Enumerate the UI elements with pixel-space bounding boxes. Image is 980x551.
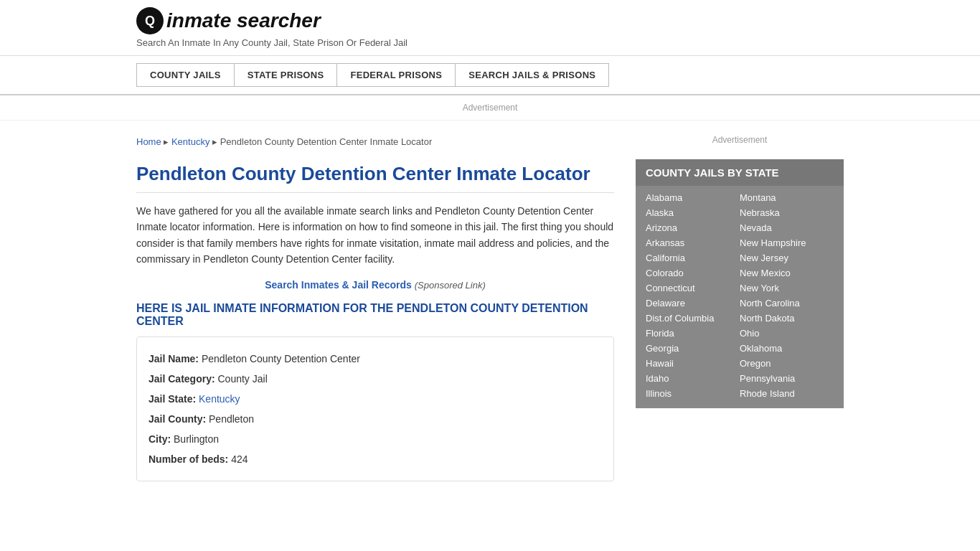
states-col1: AlabamaAlaskaArizonaArkansasCaliforniaCo…: [646, 190, 740, 401]
logo-text[interactable]: inmate searcher: [166, 9, 321, 32]
state-link[interactable]: Illinois: [646, 386, 740, 401]
logo-icon: Q: [136, 7, 164, 34]
breadcrumb-state[interactable]: Kentucky: [171, 136, 209, 147]
jail-beds-label: Number of beds:: [149, 453, 228, 465]
state-link[interactable]: California: [646, 250, 740, 265]
state-link[interactable]: Alabama: [646, 190, 740, 205]
state-link[interactable]: Nebraska: [740, 205, 834, 220]
state-link[interactable]: Nevada: [740, 220, 834, 235]
header: Q inmate searcher Search An Inmate In An…: [0, 0, 980, 56]
jail-county-value: Pendleton: [209, 413, 254, 425]
state-link[interactable]: Oklahoma: [740, 341, 834, 356]
jail-state-row: Jail State: Kentucky: [149, 389, 602, 409]
state-link[interactable]: Oregon: [740, 356, 834, 371]
state-link[interactable]: Montana: [740, 190, 834, 205]
state-link[interactable]: New Hampshire: [740, 235, 834, 250]
logo-area: Q inmate searcher: [136, 7, 844, 34]
state-list-content: AlabamaAlaskaArizonaArkansasCaliforniaCo…: [636, 186, 844, 408]
state-link[interactable]: Dist.of Columbia: [646, 311, 740, 326]
state-link[interactable]: Georgia: [646, 341, 740, 356]
jail-city-label: City:: [149, 433, 171, 445]
content-area: Home ▸ Kentucky ▸ Pendleton County Deten…: [136, 128, 614, 481]
state-link[interactable]: Ohio: [740, 326, 834, 341]
state-link[interactable]: Connecticut: [646, 281, 740, 296]
state-link[interactable]: Idaho: [646, 371, 740, 386]
sponsored-label: (Sponsored Link): [415, 280, 486, 291]
county-jails-nav[interactable]: COUNTY JAILS: [136, 63, 234, 87]
state-link[interactable]: New York: [740, 281, 834, 296]
breadcrumb-sep1: ▸: [164, 136, 171, 147]
jail-category-label: Jail Category:: [149, 373, 215, 385]
jail-state-label: Jail State:: [149, 393, 196, 405]
search-inmates-link[interactable]: Search Inmates & Jail Records: [265, 279, 412, 291]
state-link[interactable]: Alaska: [646, 205, 740, 220]
federal-prisons-nav[interactable]: FEDERAL PRISONS: [336, 63, 455, 87]
jail-beds-row: Number of beds: 424: [149, 449, 602, 469]
jail-city-value: Burlington: [174, 433, 219, 445]
section-heading: HERE IS JAIL INMATE INFORMATION FOR THE …: [136, 302, 614, 328]
state-link[interactable]: Delaware: [646, 296, 740, 311]
jail-state-value[interactable]: Kentucky: [199, 393, 240, 405]
state-link[interactable]: New Mexico: [740, 265, 834, 281]
state-list-title: COUNTY JAILS BY STATE: [636, 159, 844, 186]
state-list-box: COUNTY JAILS BY STATE AlabamaAlaskaArizo…: [636, 159, 844, 408]
main-content: Home ▸ Kentucky ▸ Pendleton County Deten…: [0, 121, 980, 481]
jail-name-value: Pendleton County Detention Center: [202, 353, 360, 364]
breadcrumb-current: Pendleton County Detention Center Inmate…: [220, 136, 433, 147]
breadcrumb-home[interactable]: Home: [136, 136, 161, 147]
jail-city-row: City: Burlington: [149, 429, 602, 449]
state-link[interactable]: Colorado: [646, 265, 740, 281]
ad-banner: Advertisement: [0, 95, 980, 121]
state-link[interactable]: Rhode Island: [740, 386, 834, 401]
states-col2: MontanaNebraskaNevadaNew HampshireNew Je…: [740, 190, 834, 401]
description: We have gathered for you all the availab…: [136, 203, 614, 268]
nav-bar: COUNTY JAILS STATE PRISONS FEDERAL PRISO…: [0, 56, 980, 95]
search-jails-nav[interactable]: SEARCH JAILS & PRISONS: [455, 63, 609, 87]
jail-name-row: Jail Name: Pendleton County Detention Ce…: [149, 349, 602, 369]
state-link[interactable]: Arizona: [646, 220, 740, 235]
state-link[interactable]: Pennsylvania: [740, 371, 834, 386]
tagline: Search An Inmate In Any County Jail, Sta…: [136, 37, 844, 48]
jail-category-row: Jail Category: County Jail: [149, 369, 602, 389]
jail-name-label: Jail Name:: [149, 353, 199, 364]
state-link[interactable]: North Dakota: [740, 311, 834, 326]
state-link[interactable]: North Carolina: [740, 296, 834, 311]
sidebar: Advertisement COUNTY JAILS BY STATE Alab…: [636, 128, 844, 481]
search-link-area: Search Inmates & Jail Records (Sponsored…: [136, 279, 614, 291]
info-card: Jail Name: Pendleton County Detention Ce…: [136, 336, 614, 481]
page-title: Pendleton County Detention Center Inmate…: [136, 163, 614, 193]
state-link[interactable]: Florida: [646, 326, 740, 341]
sidebar-ad: Advertisement: [636, 128, 844, 159]
state-link[interactable]: Hawaii: [646, 356, 740, 371]
jail-category-value: County Jail: [217, 373, 267, 385]
breadcrumb: Home ▸ Kentucky ▸ Pendleton County Deten…: [136, 128, 614, 156]
state-link[interactable]: New Jersey: [740, 250, 834, 265]
state-link[interactable]: Arkansas: [646, 235, 740, 250]
jail-county-row: Jail County: Pendleton: [149, 409, 602, 429]
jail-county-label: Jail County:: [149, 413, 206, 425]
breadcrumb-sep2: ▸: [212, 136, 220, 147]
state-prisons-nav[interactable]: STATE PRISONS: [234, 63, 337, 87]
jail-beds-value: 424: [231, 453, 248, 465]
